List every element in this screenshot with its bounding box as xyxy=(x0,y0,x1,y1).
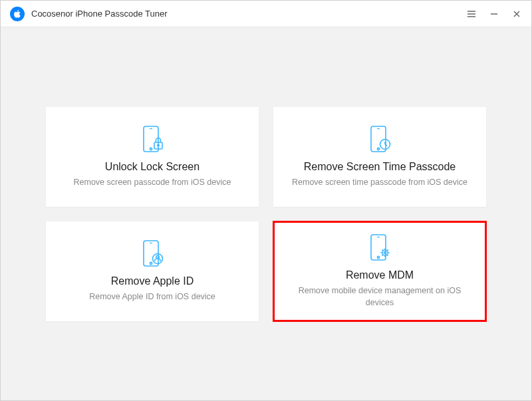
card-description: Remove mobile device management on iOS d… xyxy=(287,285,473,309)
remove-apple-id-card[interactable]: Remove Apple ID Remove Apple ID from iOS… xyxy=(46,221,259,321)
svg-point-8 xyxy=(150,148,152,150)
content-area: Unlock Lock Screen Remove screen passcod… xyxy=(1,27,531,400)
card-title: Remove Apple ID xyxy=(111,275,194,287)
menu-button[interactable] xyxy=(466,9,477,19)
svg-point-26 xyxy=(382,250,388,255)
svg-line-33 xyxy=(387,255,388,255)
window-controls xyxy=(466,9,522,19)
titlebar: Cocosenor iPhone Passcode Tuner xyxy=(1,1,531,27)
apple-id-icon xyxy=(141,239,164,269)
svg-point-14 xyxy=(377,148,379,150)
card-title: Remove MDM xyxy=(346,269,414,281)
svg-line-35 xyxy=(382,255,382,255)
svg-point-27 xyxy=(384,251,386,253)
apple-icon xyxy=(13,9,21,19)
close-icon xyxy=(513,10,521,18)
card-title: Remove Screen Time Passcode xyxy=(304,161,456,173)
svg-line-34 xyxy=(387,249,388,250)
svg-line-32 xyxy=(382,249,382,250)
card-description: Remove screen passcode from iOS device xyxy=(74,177,231,189)
screen-time-icon xyxy=(368,125,391,154)
option-grid: Unlock Lock Screen Remove screen passcod… xyxy=(46,107,486,321)
minimize-button[interactable] xyxy=(489,9,499,19)
svg-point-20 xyxy=(150,262,152,264)
app-logo xyxy=(10,7,25,21)
remove-screen-time-card[interactable]: Remove Screen Time Passcode Remove scree… xyxy=(273,107,486,207)
card-description: Remove Apple ID from iOS device xyxy=(89,291,215,303)
card-title: Unlock Lock Screen xyxy=(105,161,200,173)
menu-icon xyxy=(467,10,476,18)
card-description: Remove screen time passcode from iOS dev… xyxy=(292,177,467,189)
svg-point-25 xyxy=(377,256,379,258)
app-title: Cocosenor iPhone Passcode Tuner xyxy=(31,9,466,19)
lock-screen-icon xyxy=(141,125,164,154)
mdm-icon xyxy=(368,233,391,263)
minimize-icon xyxy=(490,10,498,18)
remove-mdm-card[interactable]: Remove MDM Remove mobile device manageme… xyxy=(273,221,486,321)
close-button[interactable] xyxy=(511,9,522,19)
unlock-lock-screen-card[interactable]: Unlock Lock Screen Remove screen passcod… xyxy=(46,107,259,207)
